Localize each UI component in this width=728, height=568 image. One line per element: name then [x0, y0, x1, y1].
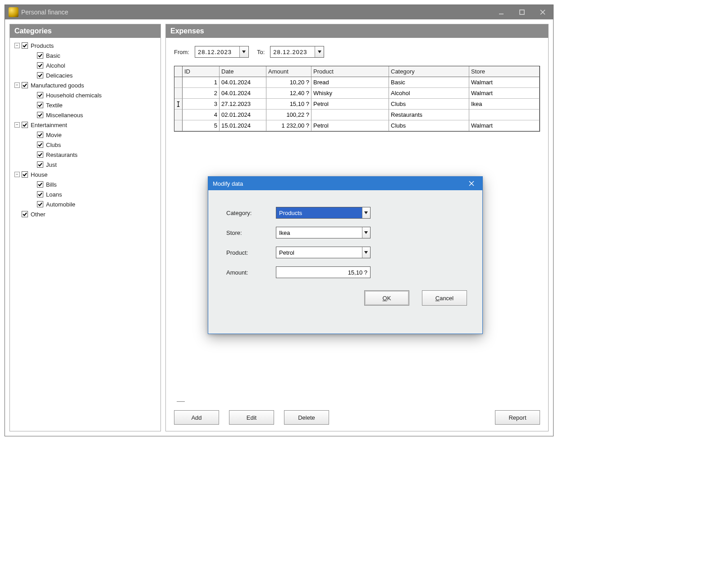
cell-category: Clubs [389, 99, 469, 110]
store-dropdown-icon[interactable] [362, 227, 370, 238]
add-button[interactable]: Add [174, 410, 219, 425]
category-value[interactable] [276, 207, 362, 218]
table-row[interactable]: 402.01.2024100,22 ?Restaurants [174, 110, 540, 120]
tree-checkbox[interactable] [37, 142, 43, 148]
tree-checkbox[interactable] [37, 191, 43, 197]
tree-checkbox[interactable] [22, 171, 28, 178]
tree-checkbox[interactable] [37, 72, 43, 78]
tree-checkbox[interactable] [37, 151, 43, 158]
tree-item[interactable]: Movie [13, 130, 158, 140]
close-button[interactable] [532, 5, 553, 19]
store-value[interactable] [276, 227, 362, 238]
tree-item[interactable]: Household chemicals [13, 90, 158, 100]
to-date-dropdown-icon[interactable] [315, 46, 324, 57]
table-row[interactable]: 327.12.202315,10 ?PetrolClubsIkea [174, 99, 540, 110]
category-dropdown-icon[interactable] [362, 207, 370, 218]
tree-checkbox[interactable] [37, 52, 43, 59]
product-value[interactable] [276, 247, 362, 258]
cell-id: 5 [183, 120, 220, 131]
edit-button[interactable]: Edit [229, 410, 274, 425]
tree-item[interactable]: Basic [13, 50, 158, 60]
column-header-date: Date [220, 66, 266, 77]
tree-item[interactable]: −Entertainment [13, 120, 158, 130]
tree-label: Textile [45, 102, 63, 109]
tree-item[interactable]: Clubs [13, 140, 158, 150]
tree-checkbox[interactable] [37, 62, 43, 69]
tree-item[interactable]: Other [13, 209, 158, 219]
cell-product: Petrol [311, 120, 389, 131]
cell-product: Petrol [311, 99, 389, 110]
tree-checkbox[interactable] [37, 102, 43, 108]
tree-toggle-icon[interactable]: − [14, 82, 20, 88]
tree-item[interactable]: Bills [13, 179, 158, 189]
maximize-button[interactable] [512, 5, 532, 19]
tree-item[interactable]: Textile [13, 100, 158, 110]
categories-panel: Categories −ProductsBasicAlcoholDelicaci… [9, 24, 161, 431]
expenses-grid[interactable]: IDDateAmountProductCategoryStore104.01.2… [174, 66, 540, 132]
from-date-dropdown-icon[interactable] [239, 46, 248, 57]
dialog-close-button[interactable] [465, 179, 478, 188]
delete-button[interactable]: Delete [284, 410, 329, 425]
title-bar[interactable]: Personal finance [5, 5, 553, 19]
cell-date: 04.01.2024 [220, 77, 266, 88]
categories-tree[interactable]: −ProductsBasicAlcoholDelicacies−Manufact… [10, 38, 160, 222]
to-label: To: [257, 49, 265, 55]
tree-checkbox[interactable] [22, 211, 28, 217]
to-date-input[interactable] [270, 46, 324, 58]
table-row[interactable]: 104.01.202410,20 ?BreadBasicWalmart [174, 77, 540, 88]
tree-checkbox[interactable] [37, 201, 43, 207]
tree-item[interactable]: −Products [13, 41, 158, 50]
dialog-title-bar[interactable]: Modify data [208, 177, 482, 190]
tree-item[interactable]: Loans [13, 189, 158, 199]
tree-label: Household chemicals [45, 92, 102, 99]
tree-item[interactable]: Miscellaneous [13, 110, 158, 120]
date-filter-row: From: To: [174, 46, 540, 58]
tree-toggle-icon[interactable]: − [14, 122, 20, 128]
cancel-button[interactable]: Cancel [422, 290, 467, 306]
row-header-blank [174, 66, 183, 77]
tree-checkbox[interactable] [37, 92, 43, 98]
tree-checkbox[interactable] [22, 82, 28, 88]
to-date-value[interactable] [270, 46, 315, 57]
product-dropdown-icon[interactable] [362, 247, 370, 258]
tree-checkbox[interactable] [37, 132, 43, 138]
cell-amount: 10,20 ? [266, 77, 311, 88]
tree-item[interactable]: Automobile [13, 199, 158, 209]
tree-item[interactable]: −Manufactured goods [13, 80, 158, 90]
cell-category: Alcohol [389, 88, 469, 99]
cell-product [311, 110, 389, 120]
amount-input[interactable]: 15,10 ? [276, 266, 371, 278]
tree-checkbox[interactable] [37, 181, 43, 188]
row-indicator [174, 99, 183, 110]
product-combo[interactable] [276, 247, 371, 258]
tree-item[interactable]: −House [13, 169, 158, 179]
tree-checkbox[interactable] [37, 161, 43, 168]
minimize-button[interactable] [491, 5, 512, 19]
app-icon [9, 7, 18, 17]
report-button[interactable]: Report [495, 410, 540, 425]
tree-checkbox[interactable] [22, 42, 28, 49]
from-date-value[interactable] [195, 46, 239, 57]
resize-grip[interactable]: — [177, 396, 185, 406]
tree-item[interactable]: Alcohol [13, 60, 158, 70]
table-row[interactable]: 204.01.202412,40 ?WhiskyAlcoholWalmart [174, 88, 540, 99]
category-combo[interactable] [276, 207, 371, 219]
ok-button[interactable]: OK [364, 290, 409, 306]
tree-item[interactable]: Delicacies [13, 70, 158, 80]
cell-store: Walmart [469, 77, 540, 88]
store-combo[interactable] [276, 227, 371, 238]
tree-checkbox[interactable] [37, 112, 43, 118]
tree-label: Just [45, 161, 57, 168]
cell-amount: 1 232,00 ? [266, 120, 311, 131]
tree-label: House [30, 171, 48, 178]
tree-item[interactable]: Just [13, 160, 158, 169]
tree-toggle-icon[interactable]: − [14, 172, 20, 177]
cell-date: 27.12.2023 [220, 99, 266, 110]
cell-product: Bread [311, 77, 389, 88]
cell-category: Clubs [389, 120, 469, 131]
tree-checkbox[interactable] [22, 122, 28, 128]
from-date-input[interactable] [195, 46, 249, 58]
tree-item[interactable]: Restaurants [13, 150, 158, 160]
table-row[interactable]: 515.01.20241 232,00 ?PetrolClubsWalmart [174, 120, 540, 131]
tree-toggle-icon[interactable]: − [14, 43, 20, 48]
